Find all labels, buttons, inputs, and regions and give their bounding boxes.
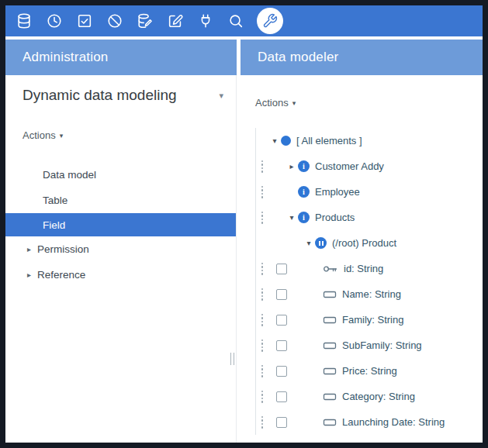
sidebar-item-data-model[interactable]: Data model (5, 162, 236, 188)
field-icon (323, 418, 337, 427)
sidebar-item-label: Table (43, 195, 67, 206)
row-checkbox[interactable] (276, 264, 287, 274)
sidebar-item-permission[interactable]: ▸Permission (5, 236, 236, 262)
element-circle-icon (281, 136, 291, 146)
tree-row[interactable]: Name: String (256, 281, 483, 307)
left-actions-label: Actions (22, 129, 56, 141)
left-panel-header: Administration (5, 40, 237, 75)
tree-row[interactable]: ▾iProducts (256, 205, 483, 230)
tree-item-label: Family: String (342, 314, 403, 326)
database-icon[interactable] (15, 12, 33, 30)
drag-handle-icon[interactable] (256, 365, 268, 377)
info-icon: i (298, 186, 310, 198)
chevron-down-icon[interactable]: ▾ (268, 136, 281, 145)
sidebar-item-table[interactable]: Table (5, 188, 236, 213)
data-modeler-panel: Actions ▾ ▾[ All elements ]▸iCustomer Ad… (240, 75, 483, 443)
sidebar-item-field[interactable]: Field (5, 213, 236, 236)
row-checkbox[interactable] (276, 391, 287, 402)
chevron-right-icon: ▸ (27, 245, 31, 253)
tree-item-label: Customer Addy (315, 160, 384, 172)
tree-row[interactable]: ▸iCustomer Addy (256, 153, 483, 179)
drag-handle-icon[interactable] (256, 288, 268, 301)
database-edit-icon[interactable] (136, 12, 154, 30)
chevron-down-icon[interactable]: ▾ (216, 88, 227, 104)
tree-row[interactable]: Launching Date: String (256, 409, 483, 435)
field-icon (323, 341, 337, 350)
tree-item-label: Launching Date: String (342, 416, 445, 428)
tree-item-label: SubFamily: String (342, 339, 422, 351)
chevron-down-icon: ▾ (60, 132, 64, 140)
sidebar-item-label: Permission (37, 243, 89, 255)
chevron-down-icon[interactable]: ▾ (303, 239, 315, 247)
drag-handle-icon[interactable] (256, 339, 268, 352)
drag-handle-icon[interactable] (256, 186, 268, 198)
sidebar-item-label: Data model (43, 169, 96, 181)
row-checkbox[interactable] (276, 417, 287, 428)
info-icon: i (298, 160, 310, 172)
tree-row[interactable]: Category: String (256, 384, 483, 409)
tree-item-label: Price: String (342, 365, 397, 377)
row-checkbox[interactable] (276, 366, 287, 377)
tree-row[interactable]: iEmployee (256, 179, 483, 205)
content-area: Dynamic data modeling ▾ Actions ▾ Data m… (5, 75, 483, 443)
page-title-row: Dynamic data modeling ▾ (5, 75, 236, 105)
tree-row[interactable]: SubFamily: String (256, 333, 483, 358)
drag-handle-icon[interactable] (256, 391, 268, 403)
chevron-right-icon[interactable]: ▸ (286, 162, 298, 171)
plug-icon[interactable] (196, 12, 215, 30)
tree-row[interactable]: Family: String (256, 307, 483, 333)
tree-item-label: Employee (315, 186, 360, 198)
drag-handle-icon[interactable] (256, 263, 268, 275)
administration-panel: Dynamic data modeling ▾ Actions ▾ Data m… (5, 75, 237, 443)
wrench-icon[interactable] (257, 8, 283, 34)
left-nav-list: Data modelTableField▸Permission▸Referenc… (5, 162, 236, 288)
data-tree: ▾[ All elements ]▸iCustomer AddyiEmploye… (255, 128, 483, 435)
tree-row[interactable]: ▾[ All elements ] (256, 128, 483, 153)
right-actions-menu[interactable]: Actions ▾ (255, 97, 296, 109)
app-surface: Administration Data modeler Dynamic data… (5, 5, 483, 443)
chevron-down-icon[interactable]: ▾ (286, 213, 298, 222)
tree-item-label: Name: String (342, 288, 401, 300)
edit-icon[interactable] (166, 12, 185, 30)
row-checkbox[interactable] (276, 340, 287, 351)
drag-handle-icon[interactable] (256, 416, 268, 429)
pause-icon (315, 237, 327, 249)
chevron-right-icon: ▸ (27, 271, 31, 279)
field-icon (323, 315, 337, 325)
right-panel-title: Data modeler (258, 50, 338, 65)
key-icon (323, 264, 338, 274)
drag-handle-icon[interactable] (256, 160, 268, 173)
left-panel-title: Administration (22, 50, 109, 65)
drag-handle-icon[interactable] (256, 212, 268, 224)
sidebar-item-label: Reference (37, 269, 85, 281)
left-actions-menu[interactable]: Actions ▾ (22, 129, 63, 141)
field-icon (323, 367, 337, 376)
sidebar-item-label: Field (43, 219, 65, 231)
top-toolbar (5, 5, 483, 36)
info-icon: i (298, 212, 310, 223)
tree-row[interactable]: ▾(/root) Product (256, 230, 483, 256)
right-panel-header: Data modeler (241, 40, 483, 75)
field-icon (323, 392, 337, 401)
tree-item-label: id: String (344, 263, 383, 274)
clock-icon[interactable] (45, 12, 64, 30)
tree-item-label: Products (315, 212, 355, 223)
tree-row[interactable]: id: String (256, 256, 483, 281)
tree-item-label: (/root) Product (332, 237, 396, 249)
row-checkbox[interactable] (276, 315, 287, 326)
panel-resize-grip[interactable] (230, 353, 234, 365)
panel-headers: Administration Data modeler (5, 40, 483, 75)
tasks-check-icon[interactable] (75, 12, 94, 30)
search-icon[interactable] (227, 12, 245, 30)
sidebar-item-reference[interactable]: ▸Reference (5, 262, 236, 288)
block-icon[interactable] (106, 12, 124, 30)
page-title: Dynamic data modeling (22, 87, 177, 104)
drag-handle-icon[interactable] (256, 314, 268, 326)
app-window: Administration Data modeler Dynamic data… (0, 0, 488, 448)
tree-row[interactable]: Price: String (256, 358, 483, 384)
chevron-down-icon: ▾ (292, 99, 296, 107)
field-icon (323, 290, 337, 299)
tree-item-label: Category: String (342, 391, 415, 402)
row-checkbox[interactable] (276, 289, 287, 300)
tree-item-label: [ All elements ] (296, 135, 362, 146)
